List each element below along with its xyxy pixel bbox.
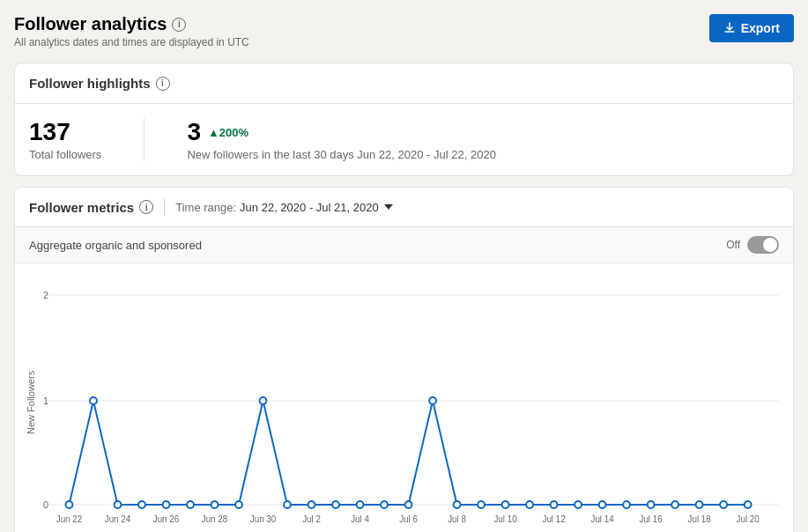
toggle-label: Off	[726, 239, 740, 251]
page-title-text: Follower analytics	[14, 14, 167, 34]
highlights-title: Follower highlights	[29, 76, 151, 91]
svg-point-29	[260, 397, 267, 404]
svg-text:Jun 22: Jun 22	[56, 514, 83, 524]
chart-inner: 2 1 0 Jun 22 Jun 24 Jun 26 Jun 28 Jun 30…	[43, 277, 779, 527]
svg-point-42	[574, 501, 582, 508]
page-container: Follower analytics i All analytics dates…	[0, 0, 808, 532]
title-group: Follower analytics i All analytics dates…	[14, 14, 249, 48]
svg-text:Jul 2: Jul 2	[302, 514, 321, 524]
chart-wrapper: New Followers 2 1 0 Jun 22	[22, 277, 779, 527]
svg-point-43	[599, 501, 606, 508]
svg-point-31	[308, 501, 315, 508]
aggregate-toggle[interactable]	[747, 236, 779, 254]
total-followers-value: 137	[29, 118, 101, 146]
metrics-info-icon[interactable]: i	[139, 200, 153, 214]
highlights-divider	[144, 118, 145, 161]
svg-point-34	[381, 501, 388, 508]
svg-point-49	[745, 501, 752, 508]
svg-text:Jul 20: Jul 20	[737, 514, 760, 524]
svg-point-37	[454, 501, 461, 508]
new-followers-item: 3 ▲200% New followers in the last 30 day…	[187, 118, 496, 161]
time-range-chevron	[384, 204, 393, 210]
aggregate-label: Aggregate organic and sponsored	[29, 239, 202, 252]
y-axis-label: New Followers	[22, 277, 43, 527]
title-info-icon[interactable]: i	[172, 18, 186, 32]
svg-text:Jun 24: Jun 24	[105, 514, 131, 524]
total-followers-item: 137 Total followers	[29, 118, 101, 161]
highlights-body: 137 Total followers 3 ▲200% New follower…	[15, 104, 793, 175]
svg-text:Jul 10: Jul 10	[493, 514, 517, 524]
svg-text:Jun 26: Jun 26	[153, 514, 180, 524]
toggle-group: Off	[726, 236, 779, 254]
svg-point-24	[138, 501, 145, 508]
metrics-title-text: Follower metrics	[29, 200, 134, 215]
new-followers-badge: ▲200%	[208, 126, 248, 139]
page-subtitle: All analytics dates and times are displa…	[14, 36, 249, 48]
toggle-thumb	[763, 238, 777, 252]
svg-text:Jun 28: Jun 28	[202, 514, 228, 524]
svg-text:Jul 8: Jul 8	[448, 514, 466, 524]
metrics-card: Follower metrics i Time range: Jun 22, 2…	[14, 187, 794, 532]
highlights-card: Follower highlights i 137 Total follower…	[14, 63, 794, 176]
svg-text:Jul 18: Jul 18	[688, 514, 712, 524]
svg-text:Jul 12: Jul 12	[542, 514, 566, 524]
svg-point-44	[623, 501, 630, 508]
time-range-selector[interactable]: Time range: Jun 22, 2020 - Jul 21, 2020	[175, 201, 392, 214]
time-range-value: Jun 22, 2020 - Jul 21, 2020	[240, 201, 379, 214]
svg-point-33	[357, 501, 364, 508]
export-icon	[723, 22, 736, 34]
chart-svg: 2 1 0 Jun 22 Jun 24 Jun 26 Jun 28 Jun 30…	[43, 277, 779, 524]
svg-point-39	[502, 501, 509, 508]
svg-point-41	[551, 501, 558, 508]
svg-text:Jul 14: Jul 14	[590, 514, 614, 524]
export-button[interactable]: Export	[709, 14, 794, 42]
svg-point-28	[235, 501, 242, 508]
metrics-header-divider	[164, 198, 165, 216]
aggregate-row: Aggregate organic and sponsored Off	[15, 227, 793, 263]
new-followers-value: 3 ▲200%	[187, 118, 496, 146]
svg-point-40	[526, 501, 533, 508]
svg-point-23	[115, 501, 122, 508]
svg-text:2: 2	[43, 290, 48, 300]
svg-point-30	[284, 501, 291, 508]
metrics-title: Follower metrics i	[29, 200, 153, 215]
highlights-header: Follower highlights i	[15, 63, 793, 104]
highlights-info-icon[interactable]: i	[156, 77, 170, 91]
export-label: Export	[741, 21, 780, 35]
page-title: Follower analytics i	[14, 14, 249, 34]
svg-point-45	[648, 501, 655, 508]
svg-point-38	[478, 501, 485, 508]
svg-text:Jul 16: Jul 16	[640, 514, 663, 524]
svg-text:0: 0	[43, 499, 48, 510]
svg-point-32	[332, 501, 339, 508]
svg-point-25	[163, 501, 170, 508]
total-followers-label: Total followers	[29, 148, 101, 161]
svg-point-46	[671, 501, 678, 508]
svg-point-35	[405, 501, 412, 508]
svg-point-47	[696, 501, 703, 508]
svg-point-36	[429, 397, 436, 404]
svg-point-21	[66, 501, 73, 508]
page-header: Follower analytics i All analytics dates…	[14, 14, 794, 48]
new-followers-label: New followers in the last 30 days Jun 22…	[187, 148, 496, 161]
svg-point-27	[211, 501, 219, 508]
svg-point-48	[720, 501, 727, 508]
svg-point-22	[90, 397, 97, 404]
svg-point-26	[187, 501, 194, 508]
svg-text:Jun 30: Jun 30	[250, 514, 277, 524]
time-range-label: Time range:	[175, 201, 236, 214]
svg-text:1: 1	[43, 395, 48, 406]
chart-container: New Followers 2 1 0 Jun 22	[15, 263, 793, 532]
metrics-header: Follower metrics i Time range: Jun 22, 2…	[15, 188, 793, 227]
svg-text:Jul 6: Jul 6	[399, 514, 418, 524]
svg-text:Jul 4: Jul 4	[351, 514, 369, 524]
